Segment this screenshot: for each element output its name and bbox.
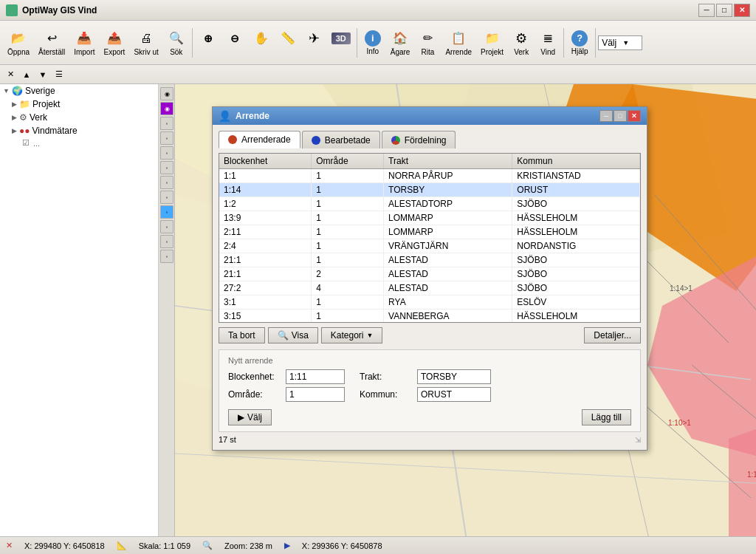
- blockenhet-input[interactable]: [286, 369, 345, 384]
- visa-button[interactable]: 🔍 Visa: [268, 327, 318, 343]
- toolbar-zoom-in[interactable]: ⊕: [195, 27, 221, 58]
- minimize-button[interactable]: ─: [698, 4, 715, 17]
- toolbar-verk[interactable]: ⚙ Verk: [508, 27, 535, 58]
- tb2-close[interactable]: ✕: [3, 67, 18, 82]
- toolbar-agare[interactable]: 🏠 Ägare: [386, 27, 415, 58]
- si-btn-1[interactable]: ◉: [160, 87, 173, 100]
- cell-blockenhet: 3:1: [219, 295, 312, 310]
- secondary-toolbar: ✕ ▲ ▼ ☰: [0, 65, 756, 84]
- separator-3: [563, 28, 564, 58]
- tab-fordelning-label: Fördelning: [405, 135, 447, 146]
- toolbar-import[interactable]: 📥 Import: [69, 27, 99, 58]
- toolbar-oppna[interactable]: 📂 Öppna: [3, 27, 34, 58]
- ta-bort-button[interactable]: Ta bort: [219, 327, 265, 343]
- tab-fordelning[interactable]: Fördelning: [382, 131, 456, 148]
- toolbar-measure[interactable]: 📏: [275, 27, 301, 58]
- tree-vindmatare[interactable]: ▶ ●● Vindmätare: [0, 124, 158, 137]
- toolbar-3d[interactable]: 3D: [328, 27, 354, 58]
- kommun-input[interactable]: [417, 387, 491, 402]
- omrade-input[interactable]: [286, 387, 345, 402]
- table-row[interactable]: 21:11ALESTADSJÖBO: [219, 253, 640, 267]
- toolbar-projekt[interactable]: 📁 Projekt: [476, 27, 508, 58]
- table-row[interactable]: 3:151VANNEBERGAHÄSSLEHOLM: [219, 310, 640, 324]
- lagg-till-button[interactable]: Lägg till: [582, 409, 631, 425]
- table-row[interactable]: 1:11NORRA PÅRUPKRISTIANSTAD: [219, 169, 640, 183]
- dialog-minimize[interactable]: ─: [599, 110, 613, 122]
- tab-arrenderade[interactable]: Arrenderade: [219, 131, 300, 148]
- kategori-button[interactable]: Kategori ▼: [321, 327, 383, 343]
- trakt-input[interactable]: [417, 369, 491, 384]
- tree-projekt[interactable]: ▶ 📁 Projekt: [0, 98, 158, 111]
- toolbar-rita[interactable]: ✏ Rita: [414, 27, 441, 58]
- table-row[interactable]: 21:12ALESTADSJÖBO: [219, 267, 640, 281]
- title-bar: OptiWay GIS Vind ─ □ ✕: [0, 0, 756, 21]
- checkbox-icon: ☑: [22, 138, 30, 148]
- valj-button[interactable]: ▶ Välj: [228, 409, 272, 425]
- si-btn-2[interactable]: ◉: [160, 102, 173, 115]
- tb2-down[interactable]: ▼: [35, 67, 50, 82]
- dialog-close[interactable]: ✕: [628, 110, 641, 122]
- cell-blockenhet: 21:1: [219, 267, 312, 281]
- col-kommun: Kommun: [512, 154, 640, 169]
- rita-icon: ✏: [419, 30, 436, 47]
- col-trakt: Trakt: [384, 154, 512, 169]
- si-btn-7[interactable]: ◦: [160, 176, 173, 189]
- toolbar-zoom-out[interactable]: ⊖: [221, 27, 248, 58]
- tb2-up[interactable]: ▲: [19, 67, 34, 82]
- toolbar-hjalp-label: Hjälp: [571, 47, 588, 55]
- tree-item-1[interactable]: ☑ ...: [0, 137, 158, 148]
- toolbar-arrende-label: Arrende: [445, 48, 472, 56]
- table-row[interactable]: 2:41VRÄNGTJÄRNNORDANSTIG: [219, 239, 640, 253]
- cell-kommun: SJÖBO: [512, 267, 640, 281]
- cell-omrade: 1: [312, 169, 384, 183]
- maximize-button[interactable]: □: [716, 4, 732, 17]
- table-row[interactable]: 1:141TORSBYORUST: [219, 183, 640, 197]
- table-row[interactable]: 1:21ALESTADTORPSJÖBO: [219, 197, 640, 211]
- cell-omrade: 1: [312, 197, 384, 211]
- si-btn-11[interactable]: ◦: [160, 235, 173, 248]
- zoom-icon: 🔍: [202, 541, 213, 550]
- tab-bearbetade[interactable]: Bearbetade: [302, 131, 380, 148]
- toolbar-aterstall[interactable]: ↩ Återställ: [34, 27, 69, 58]
- 3d-label: 3D: [331, 33, 351, 44]
- data-table[interactable]: Blockenhet Område Trakt Kommun 1:11NORRA…: [219, 153, 641, 323]
- si-btn-3[interactable]: ◦: [160, 117, 173, 130]
- close-button[interactable]: ✕: [734, 4, 750, 17]
- table-row[interactable]: 3:11RYAESLÖV: [219, 295, 640, 310]
- globe-icon: 🌍: [12, 86, 23, 96]
- table-row[interactable]: 2:111LOMMARPHÄSSLEHOLM: [219, 225, 640, 239]
- cell-kommun: SJÖBO: [512, 197, 640, 211]
- si-btn-9[interactable]: ◦: [160, 205, 173, 219]
- map-area[interactable]: 1:14>1 1:10>1 1:11>1 👤 Arrende ─ □ ✕: [175, 84, 756, 554]
- toolbar-arrende[interactable]: 📋 Arrende: [441, 27, 476, 58]
- si-btn-12[interactable]: ◦: [160, 250, 173, 263]
- toolbar-info[interactable]: i Info: [360, 28, 386, 58]
- table-row[interactable]: 13:91LOMMARPHÄSSLEHOLM: [219, 211, 640, 225]
- detaljer-button[interactable]: Detaljer...: [584, 327, 641, 343]
- table-row[interactable]: 27:24ALESTADSJÖBO: [219, 281, 640, 295]
- toolbar-export[interactable]: 📤 Export: [100, 27, 130, 58]
- tree-root[interactable]: ▼ 🌍 Sverige: [0, 84, 158, 98]
- cell-blockenhet: 21:1: [219, 253, 312, 267]
- toolbar-print[interactable]: 🖨 Skriv ut: [129, 27, 162, 58]
- toolbar-vind[interactable]: 𝌆 Vind: [535, 27, 561, 58]
- toolbar-hjalp[interactable]: ? Hjälp: [566, 28, 593, 58]
- col-omrade: Område: [312, 154, 384, 169]
- si-btn-6[interactable]: ◦: [160, 161, 173, 174]
- toolbar-nav[interactable]: ✈: [301, 27, 328, 58]
- blockenhet-row: Blockenhet:: [228, 369, 345, 384]
- toolbar-search[interactable]: 🔍 Sök: [163, 27, 190, 58]
- si-btn-10[interactable]: ◦: [160, 220, 173, 233]
- cell-kommun: HÄSSLEHOLM: [512, 225, 640, 239]
- si-btn-8[interactable]: ◦: [160, 191, 173, 204]
- cell-kommun: HÄSSLEHOLM: [512, 310, 640, 324]
- tree-verk[interactable]: ▶ ⚙ Verk: [0, 111, 158, 124]
- toolbar-pan[interactable]: ✋: [248, 27, 275, 58]
- si-btn-4[interactable]: ◦: [160, 131, 173, 145]
- si-btn-5[interactable]: ◦: [160, 146, 173, 160]
- tb2-list[interactable]: ☰: [52, 67, 66, 82]
- resize-icon[interactable]: ⇲: [635, 436, 641, 444]
- select-dropdown[interactable]: Välj ▼: [598, 35, 642, 50]
- dialog-maximize[interactable]: □: [614, 110, 627, 122]
- status-bar: ✕ X: 299480 Y: 6450818 📐 Skala: 1:1 059 …: [0, 536, 756, 554]
